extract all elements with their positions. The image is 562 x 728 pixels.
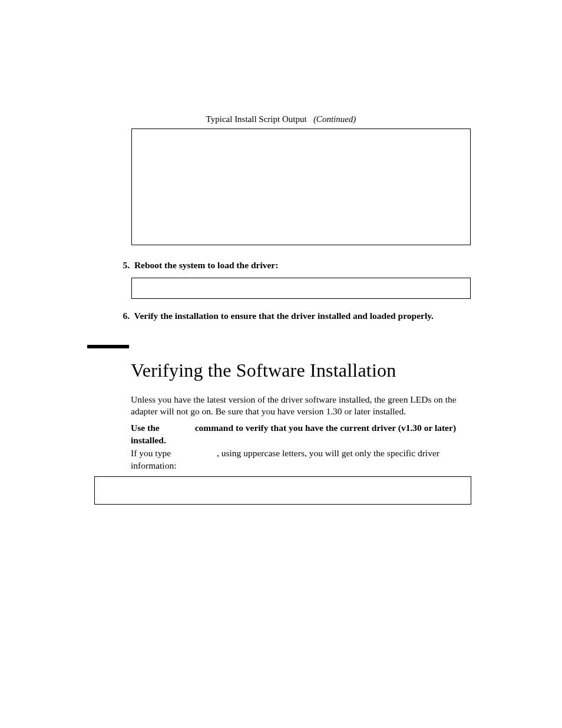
note-paragraph: If you type, using uppercase letters, yo… — [131, 447, 472, 472]
p3-part-a: If you type — [131, 448, 171, 458]
table-caption: Typical Install Script Output (Continued… — [0, 114, 562, 124]
intro-paragraph: Unless you have the latest version of th… — [131, 394, 472, 417]
p3-part-b: , using uppercase letters, you will get … — [131, 448, 439, 470]
step-5-number: 5. — [117, 260, 130, 271]
step-6-number: 6. — [117, 311, 130, 321]
step-5: 5. Reboot the system to load the driver: — [117, 260, 472, 271]
p2-part-a: Use the — [131, 423, 160, 433]
document-page: Typical Install Script Output (Continued… — [0, 0, 562, 728]
code-output-box-1 — [131, 129, 471, 245]
caption-continued: (Continued) — [313, 114, 356, 124]
step-6-text: Verify the installation to ensure that t… — [134, 311, 434, 321]
caption-title: Typical Install Script Output — [206, 114, 307, 124]
instruction-paragraph: Use thecommand to verify that you have t… — [131, 422, 472, 447]
code-output-box-2 — [131, 278, 471, 299]
step-6: 6. Verify the installation to ensure tha… — [117, 311, 472, 321]
section-rule — [87, 345, 129, 348]
step-5-text: Reboot the system to load the driver: — [134, 260, 279, 270]
p2-part-b: command to verify that you have the curr… — [131, 423, 456, 445]
section-heading: Verifying the Software Installation — [131, 360, 396, 381]
code-output-box-3 — [94, 476, 471, 505]
